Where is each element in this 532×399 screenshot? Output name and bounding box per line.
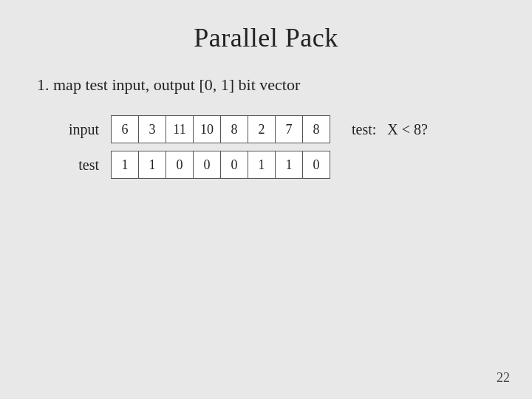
- test-label: test: [59, 157, 111, 174]
- arrays-container: input 6 3 11 10 8 2 7 8 test: X < 8? tes…: [59, 115, 495, 179]
- input-cell-1: 3: [138, 115, 166, 143]
- input-cell-0: 6: [111, 115, 139, 143]
- input-label: input: [59, 121, 111, 138]
- page-number: 22: [497, 370, 510, 386]
- step-number: 1.: [37, 75, 50, 94]
- test-cells: 1 1 0 0 0 1 1 0: [111, 151, 330, 179]
- input-cells: 6 3 11 10 8 2 7 8: [111, 115, 330, 143]
- test-cell-1: 1: [138, 151, 166, 179]
- test-cell-0: 1: [111, 151, 139, 179]
- input-cell-7: 8: [302, 115, 330, 143]
- test-cell-7: 0: [302, 151, 330, 179]
- test-cell-3: 0: [193, 151, 221, 179]
- test-array-row: test 1 1 0 0 0 1 1 0: [59, 151, 495, 179]
- input-cell-3: 10: [193, 115, 221, 143]
- step-text: map test input, output [0, 1] bit vector: [53, 75, 300, 94]
- test-cell-6: 1: [275, 151, 303, 179]
- test-condition: X < 8?: [387, 121, 428, 137]
- input-array-row: input 6 3 11 10 8 2 7 8 test: X < 8?: [59, 115, 495, 143]
- input-cell-2: 11: [166, 115, 194, 143]
- test-cell-2: 0: [166, 151, 194, 179]
- test-cell-5: 1: [248, 151, 276, 179]
- step-description: 1. map test input, output [0, 1] bit vec…: [37, 75, 495, 95]
- input-cell-6: 7: [275, 115, 303, 143]
- input-cell-5: 2: [248, 115, 276, 143]
- input-cell-4: 8: [220, 115, 248, 143]
- test-cell-4: 0: [220, 151, 248, 179]
- test-keyword: test:: [352, 121, 376, 137]
- slide-title: Parallel Pack: [37, 22, 495, 53]
- test-condition-label: test: X < 8?: [352, 121, 428, 138]
- slide: Parallel Pack 1. map test input, output …: [0, 0, 532, 399]
